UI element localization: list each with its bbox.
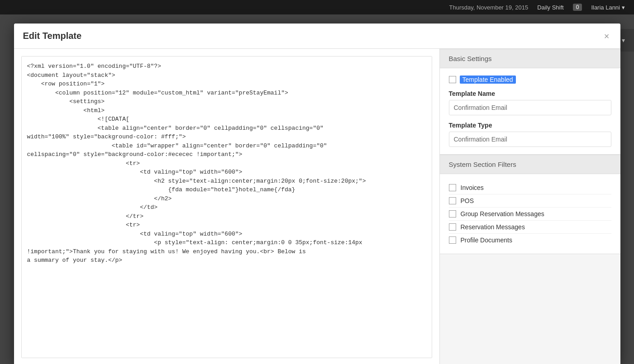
filter-pos-label: POS bbox=[461, 197, 474, 204]
filter-invoices-checkbox[interactable] bbox=[449, 184, 456, 191]
filter-profile-documents-checkbox[interactable] bbox=[449, 236, 456, 244]
system-filters-section: System Section Filters Invoices POS G bbox=[440, 155, 620, 254]
filter-group-reservation-label: Group Reservation Messages bbox=[461, 210, 544, 217]
code-editor[interactable] bbox=[22, 57, 432, 358]
basic-settings-section: Basic Settings Template Enabled Template… bbox=[440, 49, 620, 155]
filter-profile-documents-label: Profile Documents bbox=[461, 236, 512, 244]
filter-profile-documents: Profile Documents bbox=[449, 234, 611, 246]
topbar-badge: 0 bbox=[573, 4, 582, 11]
editor-area bbox=[14, 49, 439, 364]
topbar-shift: Daily Shift bbox=[537, 4, 564, 11]
close-button[interactable]: × bbox=[602, 32, 611, 41]
template-name-label: Template Name bbox=[449, 90, 611, 97]
template-enabled-label: Template Enabled bbox=[460, 76, 516, 84]
filter-group-reservation-checkbox[interactable] bbox=[449, 210, 456, 217]
topbar-date: Thursday, November 19, 2015 bbox=[449, 4, 529, 11]
template-type-label: Template Type bbox=[449, 122, 611, 129]
modal-body: Basic Settings Template Enabled Template… bbox=[14, 49, 620, 364]
system-filters-header: System Section Filters bbox=[440, 155, 620, 174]
filter-reservation-checkbox[interactable] bbox=[449, 223, 456, 231]
modal-header: Edit Template × bbox=[14, 24, 620, 49]
filter-reservation-label: Reservation Messages bbox=[461, 223, 525, 231]
filter-group-reservation: Group Reservation Messages bbox=[449, 208, 611, 221]
filter-invoices-label: Invoices bbox=[461, 184, 484, 191]
template-enabled-checkbox[interactable] bbox=[449, 76, 456, 83]
basic-settings-header: Basic Settings bbox=[440, 49, 620, 68]
filter-pos: POS bbox=[449, 194, 611, 208]
filter-invoices: Invoices bbox=[449, 181, 611, 194]
edit-template-modal: Edit Template × Basic Settings bbox=[14, 24, 620, 364]
template-name-input[interactable] bbox=[449, 100, 611, 115]
template-type-input[interactable] bbox=[449, 132, 611, 147]
system-filters-body: Invoices POS Group Reservation Messages bbox=[440, 174, 620, 254]
topbar-user[interactable]: Ilaria Lanni ▾ bbox=[591, 4, 625, 11]
basic-settings-body: Template Enabled Template Name Template … bbox=[440, 68, 620, 155]
right-panel: Basic Settings Template Enabled Template… bbox=[439, 49, 620, 364]
modal-overlay: Edit Template × Basic Settings bbox=[0, 14, 634, 364]
filter-reservation: Reservation Messages bbox=[449, 221, 611, 234]
chevron-down-icon: ▾ bbox=[622, 4, 625, 11]
template-enabled-row: Template Enabled bbox=[449, 76, 611, 84]
modal-title: Edit Template bbox=[23, 31, 82, 41]
code-wrapper bbox=[21, 56, 432, 358]
topbar: Thursday, November 19, 2015 Daily Shift … bbox=[0, 0, 634, 14]
filter-pos-checkbox[interactable] bbox=[449, 197, 456, 204]
